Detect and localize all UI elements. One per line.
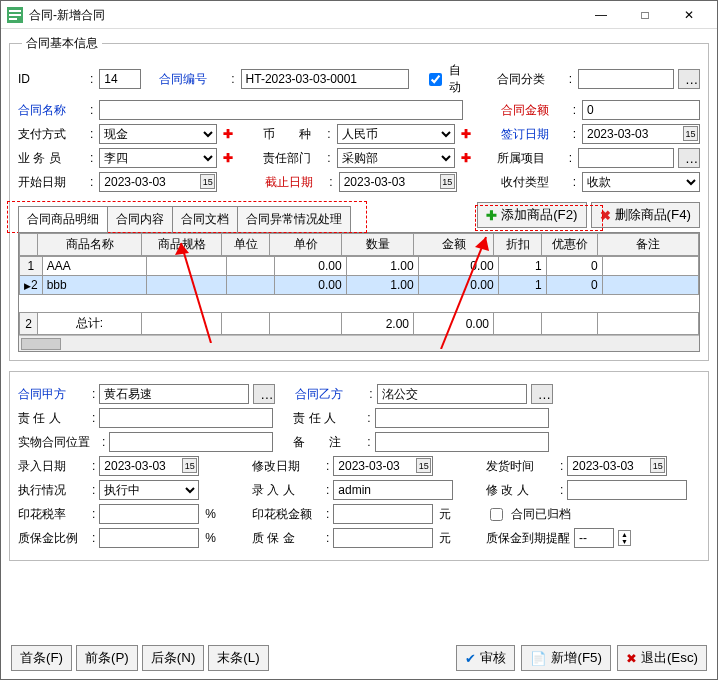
amount-field[interactable] [582, 100, 700, 120]
start-date-cal-icon[interactable]: 15 [200, 174, 215, 189]
dept-select[interactable]: 采购部 [337, 148, 455, 168]
label-id: ID [18, 72, 82, 86]
col-price[interactable]: 单价 [270, 234, 342, 256]
svg-rect-2 [9, 14, 21, 16]
delete-icon: ✖ [600, 208, 611, 223]
quality-amt-field[interactable] [333, 528, 433, 548]
check-icon: ✔ [465, 651, 476, 666]
basic-info-group: 合同基本信息 ID: 合同编号: 自动 合同分类: … 合同名称: 合 [9, 35, 709, 361]
col-amount[interactable]: 金额 [414, 234, 494, 256]
nav-next-button[interactable]: 后条(N) [142, 645, 205, 671]
auto-checkbox[interactable] [429, 73, 442, 86]
col-qty[interactable]: 数量 [342, 234, 414, 256]
exec-status-select[interactable]: 执行中 [99, 480, 199, 500]
audit-button[interactable]: ✔审核 [456, 645, 515, 671]
svg-rect-1 [9, 10, 21, 12]
duty-b-field[interactable] [375, 408, 549, 428]
minimize-button[interactable]: — [579, 2, 623, 28]
nav-first-button[interactable]: 首条(F) [11, 645, 72, 671]
tab-contract-doc[interactable]: 合同文档 [172, 206, 238, 233]
label-contract-no: 合同编号 [159, 71, 223, 88]
nav-prev-button[interactable]: 前条(P) [76, 645, 138, 671]
pay-type-select[interactable]: 收款 [582, 172, 700, 192]
quality-pct-field[interactable] [99, 528, 199, 548]
close-button[interactable]: ✕ [667, 2, 711, 28]
label-exec-status: 执行情况 [18, 482, 88, 499]
label-project: 所属项目 [497, 150, 561, 167]
currency-select[interactable]: 人民币 [337, 124, 455, 144]
duty-a-field[interactable] [99, 408, 273, 428]
new-icon: 📄 [530, 651, 547, 666]
id-field[interactable] [99, 69, 141, 89]
party-b-field[interactable] [377, 384, 527, 404]
product-grid[interactable]: 商品名称 商品规格 单位 单价 数量 金额 折扣 优惠价 备注 [18, 232, 700, 352]
col-spec[interactable]: 商品规格 [142, 234, 222, 256]
ship-date-cal-icon[interactable]: 15 [650, 458, 665, 473]
quality-remind-field[interactable] [574, 528, 614, 548]
remark-field[interactable] [375, 432, 549, 452]
name-field[interactable] [99, 100, 463, 120]
grid-h-scrollbar[interactable] [19, 335, 699, 351]
sign-date-cal-icon[interactable]: 15 [683, 126, 698, 141]
add-currency-icon[interactable]: ✚ [461, 127, 471, 141]
end-date-cal-icon[interactable]: 15 [440, 174, 455, 189]
label-pay-type: 收付类型 [501, 174, 565, 191]
phys-loc-field[interactable] [109, 432, 273, 452]
category-picker-button[interactable]: … [678, 69, 700, 89]
grid-row[interactable]: 1 AAA 0.00 1.00 0.00 1 0 [20, 257, 699, 276]
maximize-button[interactable]: □ [623, 2, 667, 28]
mod-person-field[interactable] [567, 480, 687, 500]
tab-contract-content[interactable]: 合同内容 [107, 206, 173, 233]
label-quality-amt: 质 保 金 [252, 530, 322, 547]
label-name: 合同名称 [18, 102, 82, 119]
tab-product-detail[interactable]: 合同商品明细 [18, 206, 108, 233]
archived-checkbox[interactable] [490, 508, 503, 521]
entry-date-cal-icon[interactable]: 15 [182, 458, 197, 473]
col-unit[interactable]: 单位 [222, 234, 270, 256]
label-category: 合同分类 [497, 71, 561, 88]
new-button[interactable]: 📄新增(F5) [521, 645, 610, 671]
project-picker-button[interactable]: … [678, 148, 700, 168]
exit-button[interactable]: ✖退出(Esc) [617, 645, 707, 671]
label-ship-date: 发货时间 [486, 458, 556, 475]
party-a-field[interactable] [99, 384, 249, 404]
window-title: 合同-新增合同 [29, 1, 579, 29]
grid-total-row: 2 总计: 2.00 0.00 [20, 313, 699, 335]
col-discount[interactable]: 折扣 [494, 234, 542, 256]
col-remark[interactable]: 备注 [598, 234, 699, 256]
label-modify-date: 修改日期 [252, 458, 322, 475]
label-start-date: 开始日期 [18, 174, 82, 191]
grid-row[interactable]: 2 bbb 0.00 1.00 0.00 1 0 [20, 276, 699, 295]
party-b-picker-button[interactable]: … [531, 384, 553, 404]
del-product-button[interactable]: ✖删除商品(F4) [591, 202, 700, 228]
stamp-rate-field[interactable] [99, 504, 199, 524]
pay-mode-select[interactable]: 现金 [99, 124, 217, 144]
contract-no-field[interactable] [241, 69, 410, 89]
label-quality-remind: 质保金到期提醒 [486, 530, 570, 547]
stamp-amt-field[interactable] [333, 504, 433, 524]
label-pay-mode: 支付方式 [18, 126, 82, 143]
enter-person-field[interactable] [333, 480, 453, 500]
quality-remind-spinner[interactable]: ▲▼ [618, 530, 631, 546]
col-pref[interactable]: 优惠价 [542, 234, 598, 256]
label-entry-date: 录入日期 [18, 458, 88, 475]
add-pay-mode-icon[interactable]: ✚ [223, 127, 233, 141]
project-field[interactable] [578, 148, 674, 168]
label-stamp-rate: 印花税率 [18, 506, 88, 523]
col-name[interactable]: 商品名称 [38, 234, 142, 256]
add-salesman-icon[interactable]: ✚ [223, 151, 233, 165]
label-auto: 自动 [449, 62, 473, 96]
label-phys-loc: 实物合同位置 [18, 434, 98, 451]
salesman-select[interactable]: 李四 [99, 148, 217, 168]
label-dept: 责任部门 [263, 150, 319, 167]
label-party-b: 合同乙方 [295, 386, 365, 403]
category-field[interactable] [578, 69, 674, 89]
party-a-picker-button[interactable]: … [253, 384, 275, 404]
label-end-date: 截止日期 [265, 174, 321, 191]
modify-date-cal-icon[interactable]: 15 [416, 458, 431, 473]
nav-last-button[interactable]: 末条(L) [208, 645, 268, 671]
tab-contract-exception[interactable]: 合同异常情况处理 [237, 206, 351, 233]
label-duty-b: 责 任 人 [293, 410, 363, 427]
add-dept-icon[interactable]: ✚ [461, 151, 471, 165]
add-product-button[interactable]: ✚添加商品(F2) [477, 202, 586, 228]
